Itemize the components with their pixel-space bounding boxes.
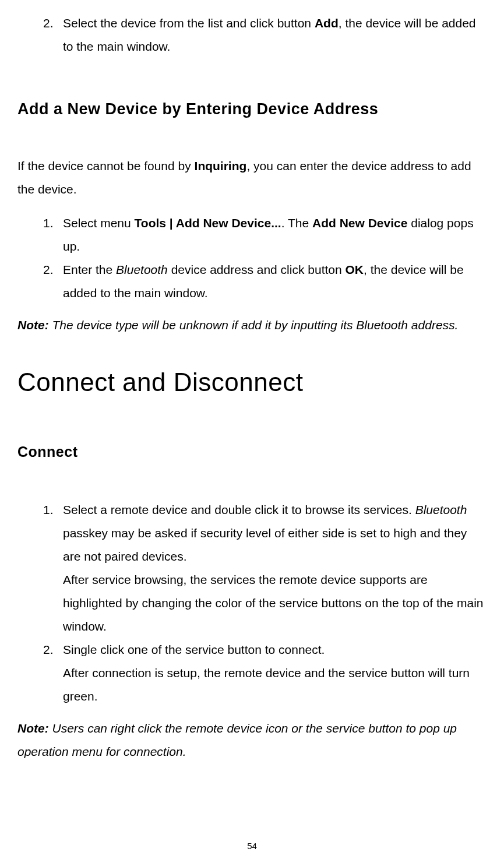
list-item: 1. Select a remote device and double cli… bbox=[43, 498, 487, 638]
list-text: Enter the Bluetooth device address and c… bbox=[63, 258, 487, 305]
text-span: Enter the bbox=[63, 263, 116, 276]
text-span: Select the device from the list and clic… bbox=[63, 16, 315, 30]
text-span: Single click one of the service button t… bbox=[63, 643, 325, 656]
text-italic: Bluetooth bbox=[415, 503, 467, 516]
text-bold: OK bbox=[346, 263, 364, 276]
text-italic: Bluetooth bbox=[116, 263, 168, 276]
list-text: Select a remote device and double click … bbox=[63, 498, 487, 638]
text-span: passkey may be asked if security level o… bbox=[63, 526, 467, 563]
note-text: Users can right click the remote device … bbox=[17, 721, 457, 758]
heading-connect: Connect bbox=[17, 438, 487, 466]
list-text: Select the device from the list and clic… bbox=[63, 12, 487, 58]
list-number: 2. bbox=[43, 638, 63, 708]
text-span: . The bbox=[281, 216, 312, 230]
heading-connect-disconnect: Connect and Disconnect bbox=[17, 358, 487, 407]
note-paragraph: Note: Users can right click the remote d… bbox=[17, 717, 487, 763]
text-bold: Add New Device bbox=[312, 216, 407, 230]
text-bold: Inquiring bbox=[195, 159, 247, 173]
text-span: Select menu bbox=[63, 216, 135, 230]
text-bold: Add bbox=[315, 16, 339, 30]
text-span: device address and click button bbox=[168, 263, 346, 276]
paragraph: If the device cannot be found by Inquiri… bbox=[17, 154, 487, 201]
text-span: After connection is setup, the remote de… bbox=[63, 666, 470, 703]
text-span: After service browsing, the services the… bbox=[63, 573, 483, 633]
note-label: Note: bbox=[17, 318, 49, 332]
list-number: 2. bbox=[43, 258, 63, 305]
note-text: The device type will be unknown if add i… bbox=[49, 318, 459, 332]
list-number: 1. bbox=[43, 212, 63, 258]
note-label: Note: bbox=[17, 721, 49, 735]
list-number: 1. bbox=[43, 498, 63, 638]
list-item: 2. Enter the Bluetooth device address an… bbox=[43, 258, 487, 305]
list-item: 1. Select menu Tools | Add New Device...… bbox=[43, 212, 487, 258]
list-item: 2. Single click one of the service butto… bbox=[43, 638, 487, 708]
list-text: Single click one of the service button t… bbox=[63, 638, 487, 708]
text-span: Select a remote device and double click … bbox=[63, 503, 415, 516]
page-number: 54 bbox=[247, 841, 257, 851]
text-bold: Tools | Add New Device... bbox=[135, 216, 281, 230]
list-number: 2. bbox=[43, 12, 63, 58]
note-paragraph: Note: The device type will be unknown if… bbox=[17, 314, 487, 337]
list-item: 2. Select the device from the list and c… bbox=[43, 12, 487, 58]
heading-add-new-device: Add a New Device by Entering Device Addr… bbox=[17, 94, 487, 124]
list-text: Select menu Tools | Add New Device.... T… bbox=[63, 212, 487, 258]
text-span: If the device cannot be found by bbox=[17, 159, 195, 173]
